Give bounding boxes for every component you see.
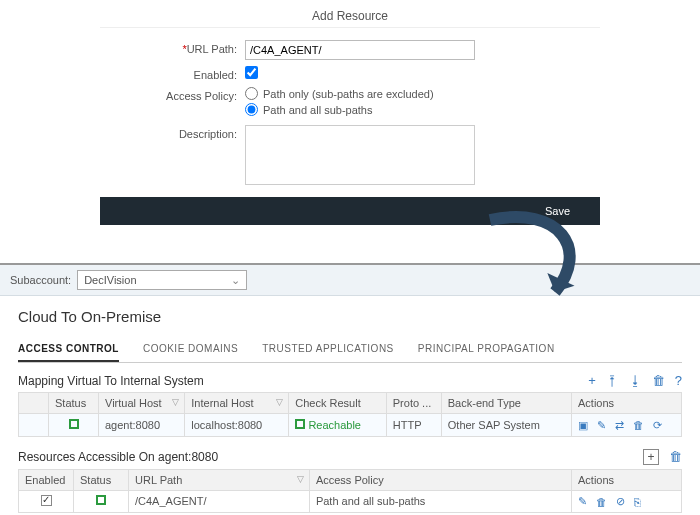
cell-virtual-host: agent:8080: [99, 414, 185, 437]
col-internal-host: Internal Host▽: [185, 393, 289, 414]
link-icon[interactable]: ⇄: [615, 419, 624, 431]
cell-check-result: Reachable: [308, 419, 361, 431]
enabled-label: Enabled:: [100, 66, 245, 81]
resources-section-title: Resources Accessible On agent:8080: [18, 450, 218, 464]
policy-path-all-radio[interactable]: [245, 103, 258, 116]
add-icon[interactable]: +: [588, 373, 596, 388]
policy-path-only-radio[interactable]: [245, 87, 258, 100]
dialog-title: Add Resource: [100, 5, 600, 28]
mapping-section-title: Mapping Virtual To Internal System: [18, 374, 204, 388]
check-icon[interactable]: ▣: [578, 419, 588, 431]
status-indicator-icon: [69, 419, 79, 429]
col-check-result: Check Result: [289, 393, 386, 414]
cell-proto: HTTP: [386, 414, 441, 437]
download-icon[interactable]: ⭳: [629, 373, 642, 388]
col-backend: Back-end Type: [441, 393, 571, 414]
access-policy-label: Access Policy:: [100, 87, 245, 102]
enabled-checkbox[interactable]: [245, 66, 258, 79]
col-url-path: URL Path▽: [129, 469, 310, 490]
disable-icon[interactable]: ⊘: [616, 495, 625, 507]
delete-icon[interactable]: 🗑: [633, 419, 644, 431]
edit-icon[interactable]: ✎: [578, 495, 587, 507]
col-status: Status: [49, 393, 99, 414]
col-status: Status: [74, 469, 129, 490]
status-indicator-icon: [96, 495, 106, 505]
url-path-label: *URL Path:: [100, 40, 245, 55]
subaccount-bar: Subaccount: DecIVision ⌄: [0, 265, 700, 296]
subaccount-select[interactable]: DecIVision ⌄: [77, 270, 247, 290]
cell-url-path: /C4A_AGENT/: [129, 490, 310, 513]
delete-icon[interactable]: 🗑: [652, 373, 665, 388]
tab-principal-propagation[interactable]: PRINCIPAL PROPAGATION: [418, 337, 555, 362]
panel-title: Cloud To On-Premise: [18, 308, 682, 325]
filter-icon[interactable]: ▽: [276, 397, 283, 407]
col-enabled: Enabled: [19, 469, 74, 490]
cell-access-policy: Path and all sub-paths: [309, 490, 571, 513]
tab-cookie-domains[interactable]: COOKIE DOMAINS: [143, 337, 238, 362]
cell-actions: ▣ ✎ ⇄ 🗑 ⟳: [572, 414, 682, 437]
filter-icon[interactable]: ▽: [172, 397, 179, 407]
delete-icon[interactable]: 🗑: [596, 496, 607, 508]
subaccount-label: Subaccount:: [10, 274, 71, 286]
edit-icon[interactable]: ✎: [597, 419, 606, 431]
url-path-input[interactable]: [245, 40, 475, 60]
col-actions: Actions: [572, 393, 682, 414]
copy-icon[interactable]: ⎘: [634, 496, 641, 508]
mapping-table: Status Virtual Host▽ Internal Host▽ Chec…: [18, 392, 682, 437]
add-resource-dialog: Add Resource *URL Path: Enabled: Access …: [100, 0, 600, 187]
tab-trusted-applications[interactable]: TRUSTED APPLICATIONS: [262, 337, 394, 362]
chevron-down-icon: ⌄: [231, 274, 240, 287]
col-actions: Actions: [572, 469, 682, 490]
delete-icon[interactable]: 🗑: [669, 449, 682, 465]
save-button[interactable]: Save: [545, 205, 570, 217]
cell-actions: ✎ 🗑 ⊘ ⎘: [572, 490, 682, 513]
table-row[interactable]: agent:8080 localhost:8080 Reachable HTTP…: [19, 414, 682, 437]
upload-icon[interactable]: ⭱: [606, 373, 619, 388]
col-virtual-host: Virtual Host▽: [99, 393, 185, 414]
cloud-connector-panel: Subaccount: DecIVision ⌄ Cloud To On-Pre…: [0, 263, 700, 515]
add-icon[interactable]: +: [643, 449, 659, 465]
dialog-footer: Save: [100, 197, 600, 225]
resources-toolbar: + 🗑: [643, 449, 682, 465]
policy-path-all-label: Path and all sub-paths: [263, 104, 372, 116]
description-label: Description:: [100, 125, 245, 140]
col-proto: Proto ...: [386, 393, 441, 414]
tab-access-control[interactable]: ACCESS CONTROL: [18, 337, 119, 362]
status-indicator-icon: [295, 419, 305, 429]
cell-internal-host: localhost:8080: [185, 414, 289, 437]
refresh-icon[interactable]: ⟳: [653, 419, 662, 431]
policy-path-only-label: Path only (sub-paths are excluded): [263, 88, 434, 100]
resources-table: Enabled Status URL Path▽ Access Policy A…: [18, 469, 682, 514]
help-icon[interactable]: ?: [675, 373, 682, 388]
cell-backend: Other SAP System: [441, 414, 571, 437]
col-access-policy: Access Policy: [309, 469, 571, 490]
description-textarea[interactable]: [245, 125, 475, 185]
enabled-checkbox[interactable]: [41, 495, 52, 506]
tabs: ACCESS CONTROL COOKIE DOMAINS TRUSTED AP…: [18, 337, 682, 363]
mapping-toolbar: + ⭱ ⭳ 🗑 ?: [588, 373, 682, 388]
table-row[interactable]: /C4A_AGENT/ Path and all sub-paths ✎ 🗑 ⊘…: [19, 490, 682, 513]
filter-icon[interactable]: ▽: [297, 474, 304, 484]
